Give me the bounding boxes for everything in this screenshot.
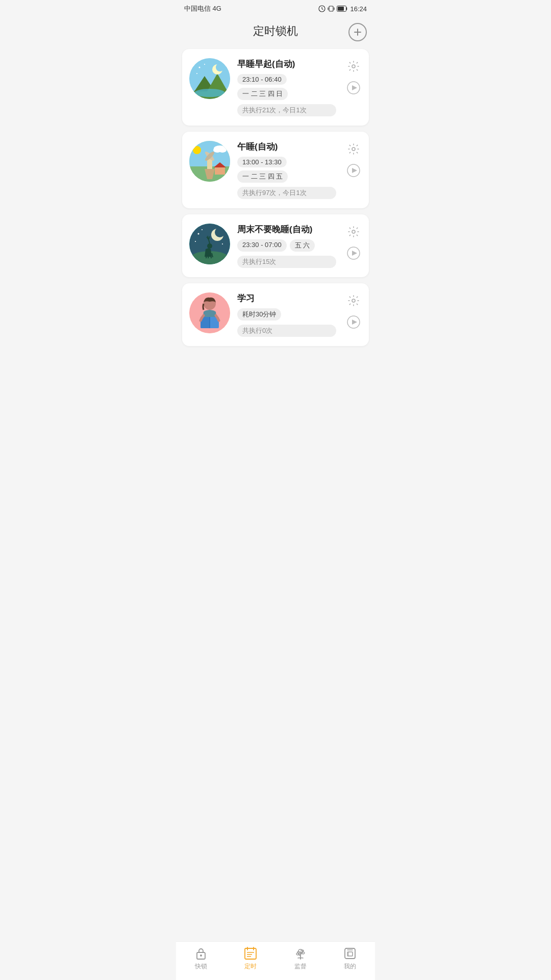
card-1-tags: 23:10 - 06:40 一 二 三 四 日 xyxy=(237,74,336,100)
status-bar: 中国电信 4G 16:24 xyxy=(176,0,375,15)
nav-item-me[interactable]: 我的 xyxy=(335,947,365,971)
svg-point-56 xyxy=(352,299,355,302)
main-content: 早睡早起(自动) 23:10 - 06:40 一 二 三 四 日 共执行21次，… xyxy=(176,49,375,387)
nav-monitor-label: 监督 xyxy=(294,962,307,971)
svg-point-38 xyxy=(207,243,212,249)
svg-point-48 xyxy=(352,230,355,233)
card-3-content: 周末不要晚睡(自动) 23:30 - 07:00 五 六 共执行15次 xyxy=(237,224,336,268)
card-4-duration: 耗时30分钟 xyxy=(237,308,281,321)
card-4-settings[interactable] xyxy=(345,292,362,309)
svg-line-42 xyxy=(211,254,211,258)
card-3-title: 周末不要晚睡(自动) xyxy=(237,224,336,235)
add-button[interactable] xyxy=(348,23,367,41)
card-1-actions xyxy=(345,58,362,96)
svg-line-40 xyxy=(206,254,207,258)
svg-point-27 xyxy=(218,148,227,153)
svg-point-60 xyxy=(200,954,202,957)
card-1-stats: 共执行21次，今日1次 xyxy=(237,104,336,116)
card-3-actions xyxy=(345,224,362,261)
card-2-play[interactable] xyxy=(345,162,362,179)
svg-marker-16 xyxy=(352,85,357,90)
nav-item-timer[interactable]: 定时 xyxy=(235,947,266,971)
page-header: 定时锁机 xyxy=(176,15,375,49)
svg-marker-32 xyxy=(352,168,357,173)
card-early-sleep: 早睡早起(自动) 23:10 - 06:40 一 二 三 四 日 共执行21次，… xyxy=(182,49,369,126)
card-3-play[interactable] xyxy=(345,245,362,261)
timer-nav-icon xyxy=(244,947,257,960)
card-1-time: 23:10 - 06:40 xyxy=(237,74,287,85)
card-weekend: 周末不要晚睡(自动) 23:30 - 07:00 五 六 共执行15次 xyxy=(182,214,369,277)
card-1-title: 早睡早起(自动) xyxy=(237,58,336,70)
monitor-nav-icon xyxy=(294,947,307,960)
card-1-content: 早睡早起(自动) 23:10 - 06:40 一 二 三 四 日 共执行21次，… xyxy=(237,58,336,116)
card-1-play[interactable] xyxy=(345,80,362,96)
card-4-avatar xyxy=(189,292,230,333)
svg-point-14 xyxy=(352,65,355,68)
svg-point-68 xyxy=(296,953,299,955)
clock-icon xyxy=(318,5,325,12)
me-nav-icon xyxy=(343,947,357,960)
svg-rect-28 xyxy=(215,167,225,175)
card-nap: 午睡(自动) 13:00 - 13:30 一 二 三 四 五 共执行97次，今日… xyxy=(182,132,369,208)
card-4-content: 学习 耗时30分钟 共执行0次 xyxy=(237,292,336,337)
card-2-avatar xyxy=(189,141,230,182)
svg-rect-61 xyxy=(245,948,256,959)
nav-item-lock[interactable]: 快锁 xyxy=(186,947,216,971)
card-1-settings[interactable] xyxy=(345,58,362,75)
card-2-title: 午睡(自动) xyxy=(237,141,336,153)
svg-point-10 xyxy=(216,63,224,71)
bottom-nav: 快锁 定时 xyxy=(176,941,375,980)
nav-lock-label: 快锁 xyxy=(195,962,207,971)
svg-line-41 xyxy=(208,254,209,258)
card-2-days: 一 二 三 四 五 xyxy=(237,170,288,183)
svg-rect-1 xyxy=(329,6,333,11)
svg-point-8 xyxy=(194,89,225,97)
card-1-avatar xyxy=(189,58,230,99)
svg-marker-58 xyxy=(352,320,357,325)
card-study: 学习 耗时30分钟 共执行0次 xyxy=(182,283,369,346)
card-4-title: 学习 xyxy=(237,292,336,304)
card-2-actions xyxy=(345,141,362,179)
battery-icon xyxy=(337,6,348,12)
cards-list: 早睡早起(自动) 23:10 - 06:40 一 二 三 四 日 共执行21次，… xyxy=(176,49,375,346)
card-3-settings[interactable] xyxy=(345,224,362,240)
card-3-tags: 23:30 - 07:00 五 六 xyxy=(237,239,336,252)
svg-marker-50 xyxy=(352,251,357,256)
card-2-time: 13:00 - 13:30 xyxy=(237,157,287,167)
carrier-text: 中国电信 4G xyxy=(184,4,221,13)
card-3-avatar xyxy=(189,224,230,264)
card-4-play[interactable] xyxy=(345,314,362,330)
status-right: 16:24 xyxy=(318,5,367,13)
card-2-settings[interactable] xyxy=(345,141,362,157)
svg-point-11 xyxy=(199,67,201,68)
card-3-time: 23:30 - 07:00 xyxy=(237,239,287,252)
svg-point-12 xyxy=(204,64,205,65)
svg-point-30 xyxy=(352,148,355,151)
svg-point-47 xyxy=(222,243,223,244)
svg-point-45 xyxy=(202,229,203,230)
lock-nav-icon xyxy=(194,947,208,960)
svg-point-46 xyxy=(195,241,196,242)
page-title: 定时锁机 xyxy=(253,23,298,39)
card-2-tags: 13:00 - 13:30 一 二 三 四 五 xyxy=(237,157,336,183)
card-2-content: 午睡(自动) 13:00 - 13:30 一 二 三 四 五 共执行97次，今日… xyxy=(237,141,336,199)
time-text: 16:24 xyxy=(350,5,367,13)
card-4-actions xyxy=(345,292,362,330)
plus-icon xyxy=(353,28,362,37)
card-2-stats: 共执行97次，今日1次 xyxy=(237,187,336,199)
svg-rect-3 xyxy=(338,7,344,11)
nav-me-label: 我的 xyxy=(344,962,356,971)
card-3-days: 五 六 xyxy=(290,239,315,252)
nav-item-monitor[interactable]: 监督 xyxy=(285,947,316,971)
svg-point-44 xyxy=(198,233,199,235)
vibrate-icon xyxy=(328,5,335,12)
svg-point-13 xyxy=(196,73,197,74)
card-1-days: 一 二 三 四 日 xyxy=(237,88,288,100)
card-3-stats: 共执行15次 xyxy=(237,256,336,268)
svg-point-36 xyxy=(215,227,225,237)
card-4-stats: 共执行0次 xyxy=(237,325,336,337)
svg-point-24 xyxy=(193,146,201,154)
nav-timer-label: 定时 xyxy=(244,962,257,971)
card-4-tags: 耗时30分钟 xyxy=(237,308,336,321)
